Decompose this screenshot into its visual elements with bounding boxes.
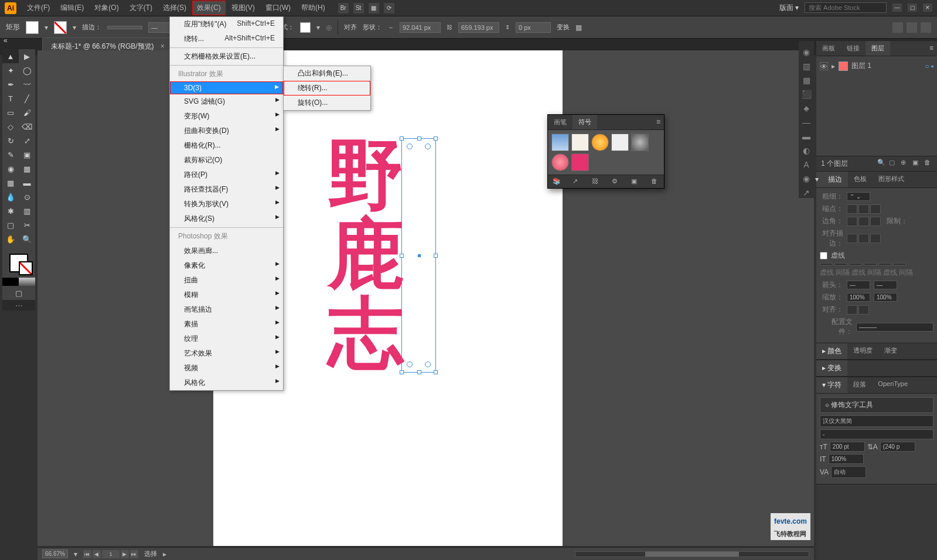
corner-widget-tl-icon[interactable] bbox=[407, 144, 413, 149]
stroke-swatch[interactable] bbox=[54, 21, 67, 34]
hand-tool-icon[interactable]: ✋ bbox=[2, 232, 19, 246]
adobe-stock-search-input[interactable] bbox=[805, 2, 887, 13]
handle-bottom-left[interactable] bbox=[400, 370, 404, 374]
color-panel-expand-icon[interactable]: ▸ bbox=[822, 347, 827, 355]
stroke-expand-icon[interactable]: ▾ bbox=[815, 175, 819, 183]
symbol-options-icon[interactable]: ⚙ bbox=[612, 177, 620, 186]
next-artboard-icon[interactable]: ▶ bbox=[121, 550, 129, 558]
swatches-tab[interactable]: 色板 bbox=[848, 172, 873, 187]
profile-dropdown[interactable]: ——— bbox=[856, 323, 933, 332]
transparency-tab[interactable]: 透明度 bbox=[847, 343, 878, 359]
color-panel-icon[interactable]: ◉ bbox=[801, 47, 812, 57]
paragraph-tab[interactable]: 段落 bbox=[847, 377, 872, 393]
window-close-icon[interactable]: ✕ bbox=[923, 4, 932, 12]
stroke-indicator[interactable] bbox=[19, 261, 33, 275]
menuitem-cropmarks[interactable]: 裁剪标记(O) bbox=[170, 153, 283, 168]
menuitem-apply-last-effect[interactable]: 应用"绕转"(A)Shift+Ctrl+E bbox=[170, 17, 283, 32]
transform-expand-icon[interactable]: ▸ bbox=[822, 364, 827, 372]
transform-link[interactable]: 变换 bbox=[557, 23, 570, 32]
last-artboard-icon[interactable]: ⏭ bbox=[130, 550, 138, 558]
artboard-index-input[interactable]: 1 bbox=[102, 550, 120, 558]
symbol-thumb-3[interactable] bbox=[591, 134, 609, 151]
stroke-tab[interactable]: 描边 bbox=[828, 175, 842, 183]
menu-type[interactable]: 文字(T) bbox=[125, 1, 157, 15]
symbol-sprayer-tool-icon[interactable]: ✱ bbox=[2, 204, 19, 218]
submenuitem-revolve[interactable]: 绕转(R)... bbox=[284, 81, 370, 95]
menu-help[interactable]: 帮助(H) bbox=[297, 1, 330, 15]
gradient-tool-icon[interactable]: ▬ bbox=[19, 176, 35, 190]
line-segment-tool-icon[interactable]: ╱ bbox=[19, 91, 35, 105]
symbol-delete-icon[interactable]: 🗑 bbox=[651, 177, 659, 186]
appearance-panel-icon[interactable]: ◉ bbox=[801, 173, 812, 184]
width-tool-icon[interactable]: ✎ bbox=[2, 148, 19, 162]
shape-label[interactable]: 形状： bbox=[363, 23, 382, 32]
gpu-icon[interactable]: ⟳ bbox=[384, 3, 394, 13]
menuitem-convert-to-shape[interactable]: 转换为形状(V)▶ bbox=[170, 197, 283, 211]
arrow-scale-start-input[interactable]: 100% bbox=[847, 293, 870, 302]
corner-widget-tr-icon[interactable] bbox=[425, 144, 431, 149]
new-layer-icon[interactable]: ▣ bbox=[912, 159, 921, 167]
fill-stroke-swatches[interactable] bbox=[2, 248, 35, 278]
arrow-end-dropdown[interactable]: — bbox=[874, 281, 897, 289]
selection-bounding-box[interactable] bbox=[401, 138, 436, 373]
symbol-place-icon[interactable]: ↗ bbox=[573, 177, 581, 186]
paintbrush-tool-icon[interactable]: 🖌 bbox=[19, 105, 35, 119]
lasso-tool-icon[interactable]: ◯ bbox=[19, 63, 35, 77]
artboard-nav[interactable]: ⏮ ◀ 1 ▶ ⏭ bbox=[83, 550, 138, 558]
symbols-panel-icon[interactable]: ♣ bbox=[801, 103, 812, 114]
stock-icon[interactable]: St bbox=[353, 3, 364, 13]
layers-tab[interactable]: 图层 bbox=[866, 41, 890, 56]
symbol-new-icon[interactable]: ▣ bbox=[631, 177, 639, 186]
zoom-tool-icon[interactable]: 🔍 bbox=[19, 232, 35, 246]
symbol-thumb-6[interactable] bbox=[551, 153, 569, 171]
graphic-styles-tab[interactable]: 图形样式 bbox=[873, 172, 910, 187]
layers-panel-menu-icon[interactable]: ≡ bbox=[926, 41, 937, 56]
vscale-input[interactable]: 100% bbox=[829, 454, 864, 464]
stroke-weight-input[interactable] bbox=[107, 26, 142, 29]
menuitem-artistic[interactable]: 艺术效果▶ bbox=[170, 346, 283, 361]
stroke-panel-icon[interactable]: — bbox=[801, 117, 812, 128]
layer-visibility-icon[interactable]: 👁 bbox=[820, 62, 828, 70]
window-maximize-icon[interactable]: ▢ bbox=[908, 4, 917, 12]
prev-artboard-icon[interactable]: ◀ bbox=[93, 550, 101, 558]
menuitem-texture[interactable]: 纹理▶ bbox=[170, 332, 283, 346]
menuitem-3d[interactable]: 3D(3)▶ bbox=[170, 81, 283, 94]
char-expand-icon[interactable]: ▾ bbox=[822, 381, 827, 389]
symbols-panel-menu-icon[interactable]: ≡ bbox=[653, 115, 664, 129]
make-clipping-icon[interactable]: ▢ bbox=[889, 159, 897, 167]
dash-3-input[interactable] bbox=[878, 263, 891, 265]
symbol-thumb-2[interactable] bbox=[571, 134, 589, 151]
window-minimize-icon[interactable]: — bbox=[892, 4, 902, 12]
export-panel-icon[interactable]: ↗ bbox=[801, 187, 812, 198]
recolor-icon[interactable]: ◎ bbox=[326, 23, 332, 32]
menu-effect[interactable]: 效果(C) bbox=[192, 1, 226, 15]
transform-tab[interactable]: 变换 bbox=[827, 364, 841, 372]
touch-type-button[interactable]: ⟐ 修饰文字工具 bbox=[820, 397, 933, 413]
handle-bottom-right[interactable] bbox=[434, 370, 438, 374]
menuitem-doc-raster-settings[interactable]: 文档栅格效果设置(E)... bbox=[170, 49, 283, 64]
menu-object[interactable]: 对象(O) bbox=[90, 1, 123, 15]
stroke-align-buttons[interactable] bbox=[847, 234, 881, 243]
direct-selection-tool-icon[interactable]: ▶ bbox=[19, 49, 35, 63]
menu-view[interactable]: 视图(V) bbox=[227, 1, 260, 15]
shape-builder-tool-icon[interactable]: ◉ bbox=[2, 162, 19, 176]
fill-swatch[interactable] bbox=[26, 21, 39, 34]
menuitem-stylize-ai[interactable]: 风格化(S)▶ bbox=[170, 211, 283, 226]
layer-name-label[interactable]: 图层 1 bbox=[851, 61, 871, 71]
menuitem-blur[interactable]: 模糊▶ bbox=[170, 288, 283, 302]
perspective-grid-tool-icon[interactable]: ▦ bbox=[19, 162, 35, 176]
arrow-align-buttons[interactable] bbox=[847, 305, 869, 315]
font-family-dropdown[interactable]: 汉仪大黑简 bbox=[820, 415, 933, 427]
tab-tear-icon[interactable]: « bbox=[4, 36, 8, 45]
width-input[interactable]: 0 px bbox=[516, 22, 551, 33]
handle-top-left[interactable] bbox=[400, 136, 404, 141]
character-panel-icon[interactable]: A bbox=[801, 159, 812, 170]
menuitem-svg-filters[interactable]: SVG 滤镜(G)▶ bbox=[170, 94, 283, 109]
eraser-tool-icon[interactable]: ⌫ bbox=[19, 119, 35, 134]
gap-1-input[interactable] bbox=[834, 263, 847, 265]
constrain-icon[interactable]: ⇕ bbox=[505, 24, 510, 30]
stroke-cap-buttons[interactable] bbox=[847, 204, 881, 214]
symbol-thumb-7[interactable] bbox=[571, 153, 589, 171]
brushes-tab[interactable]: 画笔 bbox=[548, 115, 573, 129]
symbols-tab[interactable]: 符号 bbox=[573, 115, 597, 129]
